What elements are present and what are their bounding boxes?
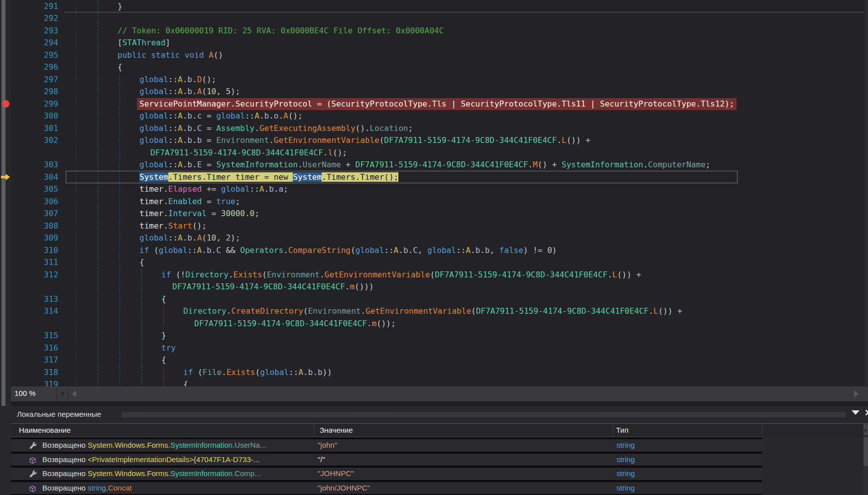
line-number: 318	[11, 367, 58, 379]
code-line[interactable]: 300global::A.b.c = global::A.b.o.A();	[11, 110, 864, 123]
code-line[interactable]: 305timer.Elapsed += global::A.b.a;	[11, 183, 864, 196]
indent-guide	[141, 269, 142, 281]
line-number: 313	[11, 293, 58, 306]
code-line[interactable]: DF7A7911-5159-4174-9C8D-344C41F0E4CF.m()…	[11, 318, 864, 330]
line-number: 298	[11, 86, 58, 98]
indent-guide	[98, 159, 98, 171]
code-line[interactable]: 308timer.Start();	[11, 220, 864, 233]
indent-guide	[76, 98, 76, 111]
indent-guide	[76, 196, 76, 208]
debugger-window: 290}291}292293// Token: 0x06000019 RID: …	[0, 0, 868, 495]
code-line[interactable]: 319{	[11, 378, 864, 386]
column-header[interactable]: Тип	[616, 424, 628, 437]
code-line[interactable]: 303global::A.b.E = SystemInformation.Use…	[11, 159, 864, 171]
indent-guide	[98, 123, 98, 135]
indent-guide	[76, 25, 76, 37]
locals-panel: Локальные переменные ✕ НаименованиеЗначе…	[0, 406, 868, 495]
indent-guide	[76, 61, 76, 74]
zoom-level-select[interactable]: 100 %	[11, 386, 57, 401]
code-text: {	[161, 293, 166, 306]
code-line[interactable]: 299ServicePointManager.SecurityProtocol …	[11, 98, 864, 111]
indent-guide	[76, 134, 76, 147]
code-text: global::A.b.A(10, 2);	[139, 232, 240, 245]
variable-type: string	[613, 454, 760, 466]
code-line[interactable]: 297global::A.b.D();	[11, 74, 864, 86]
code-line[interactable]: 306timer.Enabled = true;	[11, 196, 864, 208]
indent-guide	[98, 220, 98, 233]
code-line[interactable]: 310if (global::A.b.C && Operators.Compar…	[11, 245, 864, 257]
locals-table-header[interactable]: НаименованиеЗначениеТип	[11, 424, 864, 437]
code-line[interactable]: 312if (!Directory.Exists(Environment.Get…	[11, 269, 864, 281]
code-line[interactable]: 302global::A.b.b = Environment.GetEnviro…	[11, 134, 864, 147]
local-variable-row[interactable]: Возвращено string.Concat"john/JOHNPC"str…	[11, 482, 762, 495]
code-text: timer.Enabled = true;	[139, 196, 240, 208]
code-editor[interactable]: 290}291}292293// Token: 0x06000019 RID: …	[11, 0, 868, 386]
indent-guide	[76, 123, 76, 135]
line-number: 303	[11, 159, 58, 171]
scrollbar-thumb[interactable]	[864, 437, 868, 466]
local-variable-row[interactable]: Возвращено System.Windows.Forms.SystemIn…	[11, 468, 762, 480]
column-resize-handle[interactable]	[314, 424, 314, 437]
scroll-left-arrow-icon[interactable]	[72, 390, 76, 397]
close-icon[interactable]: ✕	[865, 407, 868, 418]
indent-guide	[98, 269, 98, 281]
line-number: 306	[11, 196, 58, 208]
breakpoint-gutter[interactable]	[0, 0, 11, 386]
code-text: DF7A7911-5159-4174-9C8D-344C41F0E4CF.l()…	[150, 147, 347, 159]
code-line[interactable]: 298global::A.b.A(10, 5);	[11, 86, 864, 98]
code-line[interactable]: 291}	[11, 0, 864, 13]
code-line[interactable]: 314Directory.CreateDirectory(Environment…	[11, 305, 864, 318]
code-text: DF7A7911-5159-4174-9C8D-344C41F0E4CF.m()…	[194, 318, 396, 330]
line-number: 315	[11, 330, 58, 342]
code-line[interactable]: 294[STAThread]	[11, 37, 864, 49]
cube-icon	[29, 456, 37, 464]
code-line[interactable]: 301global::A.b.C = Assembly.GetExecuting…	[11, 123, 864, 135]
code-text: public static void A()	[118, 49, 223, 62]
code-line[interactable]: 318if (File.Exists(global::A.b.b))	[11, 367, 864, 379]
column-header[interactable]: Значение	[320, 424, 353, 437]
code-line[interactable]: 295public static void A()	[11, 49, 864, 62]
column-header[interactable]: Наименование	[19, 424, 71, 437]
code-line[interactable]: 315}	[11, 330, 864, 342]
indent-guide	[76, 86, 76, 98]
code-line[interactable]: 316try	[11, 342, 864, 355]
indent-guide	[98, 98, 98, 111]
line-number: 292	[11, 12, 58, 25]
code-line[interactable]: 307timer.Interval = 30000.0;	[11, 208, 864, 220]
code-line[interactable]: DF7A7911-5159-4174-9C8D-344C41F0E4CF.l()…	[11, 147, 864, 159]
local-variable-row[interactable]: Возвращено System.Windows.Forms.SystemIn…	[11, 439, 762, 452]
indent-guide	[120, 330, 120, 342]
wrench-icon	[29, 441, 37, 450]
chevron-down-icon[interactable]	[852, 410, 860, 415]
locals-panel-header[interactable]: Локальные переменные ✕	[11, 406, 868, 423]
instruction-pointer-arrow-icon[interactable]	[1, 174, 10, 180]
column-resize-handle[interactable]	[613, 424, 613, 437]
scroll-up-button[interactable]	[864, 424, 868, 435]
locals-vertical-scrollbar[interactable]	[864, 424, 868, 495]
indent-guide	[98, 232, 98, 245]
indent-guide	[120, 134, 120, 147]
zoom-level-value: 100 %	[14, 389, 36, 397]
breakpoint-icon[interactable]	[2, 100, 9, 108]
code-line[interactable]: 317{	[11, 354, 864, 367]
local-variable-row[interactable]: Возвращено <PrivateImplementationDetails…	[11, 454, 762, 466]
panel-splitter[interactable]	[11, 401, 868, 406]
zoom-dropdown-button[interactable]: ▼	[57, 386, 69, 401]
variable-type: string	[613, 439, 760, 452]
indent-guide	[98, 12, 98, 25]
code-line[interactable]: 292	[11, 12, 864, 25]
code-line[interactable]: 313{	[11, 293, 864, 306]
editor-vertical-scrollbar[interactable]	[865, 0, 868, 386]
code-line[interactable]: DF7A7911-5159-4174-9C8D-344C41F0E4CF.m()…	[11, 281, 864, 293]
code-line[interactable]: 293// Token: 0x06000019 RID: 25 RVA: 0x0…	[11, 25, 864, 37]
code-line[interactable]: 309global::A.b.A(10, 2);	[11, 232, 864, 245]
indent-guide	[98, 49, 98, 62]
scroll-right-arrow-icon[interactable]	[854, 390, 859, 397]
code-text: global::A.b.D();	[139, 74, 216, 86]
indent-guide	[163, 318, 164, 330]
column-resize-handle[interactable]	[762, 424, 762, 437]
editor-horizontal-scrollbar[interactable]: 100 % ▼	[11, 386, 868, 401]
code-line[interactable]: 311{	[11, 256, 864, 269]
indent-guide	[98, 37, 98, 49]
code-line[interactable]: 296{	[11, 61, 864, 74]
